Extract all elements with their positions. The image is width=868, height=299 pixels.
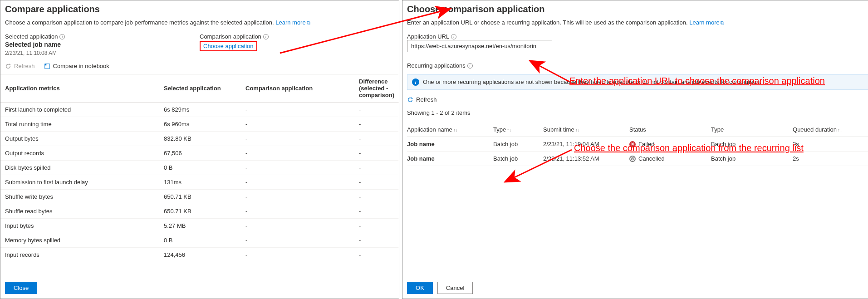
metric-difference: - bbox=[359, 222, 394, 229]
cell-status: ✕Failed bbox=[629, 141, 711, 147]
metric-difference: - bbox=[359, 106, 394, 113]
sort-icon: ↑↓ bbox=[453, 127, 458, 132]
job-name-link[interactable]: Job name bbox=[407, 155, 493, 162]
application-url-input[interactable] bbox=[407, 40, 552, 52]
info-banner-text: One or more recurring applications are n… bbox=[423, 78, 761, 85]
col-type[interactable]: Type↑↓ bbox=[493, 126, 543, 133]
metric-difference: - bbox=[359, 193, 394, 200]
metric-name: Output records bbox=[5, 150, 164, 157]
col-selected: Selected application bbox=[164, 85, 245, 92]
metric-name: Submission to first launch delay bbox=[5, 179, 164, 186]
metric-difference: - bbox=[359, 121, 394, 127]
metric-selected: 650.71 KB bbox=[164, 208, 245, 215]
col-application-name[interactable]: Application name↑↓ bbox=[407, 126, 493, 133]
job-name-link[interactable]: Job name bbox=[407, 141, 493, 147]
refresh-button[interactable]: Refresh bbox=[407, 96, 437, 103]
cell-type-2: Batch job bbox=[711, 155, 793, 162]
grid-header-row: Application name↑↓ Type↑↓ Submit time↑↓ … bbox=[407, 123, 868, 137]
metric-difference: - bbox=[359, 135, 394, 142]
metric-difference: - bbox=[359, 251, 394, 258]
metric-name: Input records bbox=[5, 251, 164, 258]
cell-type: Batch job bbox=[493, 155, 543, 162]
sort-icon: ↑↓ bbox=[838, 127, 842, 132]
metric-name: Input bytes bbox=[5, 222, 164, 229]
choose-comparison-panel: Choose comparison application Enter an a… bbox=[402, 0, 868, 299]
metric-selected: 832.80 KB bbox=[164, 135, 245, 142]
learn-more-link[interactable]: Learn more⧉ bbox=[275, 19, 310, 26]
notebook-icon bbox=[44, 63, 50, 69]
metric-comparison: - bbox=[245, 121, 359, 127]
page-title: Choose comparison application bbox=[407, 4, 868, 15]
external-link-icon: ⧉ bbox=[721, 20, 724, 25]
metric-comparison: - bbox=[245, 237, 359, 244]
metric-name: Shuffle write bytes bbox=[5, 193, 164, 200]
selected-job-name: Selected job name bbox=[5, 41, 200, 48]
metric-name: Disk bytes spilled bbox=[5, 164, 164, 171]
col-metric: Application metrics bbox=[5, 85, 164, 92]
metric-difference: - bbox=[359, 150, 394, 157]
table-row[interactable]: Job nameBatch job2/23/21, 11:13:52 AM⊘Ca… bbox=[407, 152, 868, 166]
cell-type: Batch job bbox=[493, 141, 543, 147]
metric-selected: 6s 960ms bbox=[164, 121, 245, 127]
metrics-header-row: Application metrics Selected application… bbox=[0, 74, 399, 103]
choose-application-highlight: Choose application bbox=[200, 41, 257, 51]
metric-selected: 0 B bbox=[164, 237, 245, 244]
info-icon: i bbox=[59, 34, 65, 39]
status-icon: ⊘ bbox=[629, 156, 636, 162]
metrics-row: Input records124,456-- bbox=[0, 248, 399, 262]
metrics-row: Input bytes5.27 MB-- bbox=[0, 219, 399, 233]
refresh-icon bbox=[5, 63, 11, 69]
col-type-2[interactable]: Type bbox=[711, 126, 793, 133]
selected-application-label: Selected applicationi bbox=[5, 33, 200, 40]
col-submit-time[interactable]: Submit time↑↓ bbox=[543, 126, 629, 133]
metric-selected: 67,506 bbox=[164, 150, 245, 157]
col-status[interactable]: Status bbox=[629, 126, 711, 133]
metrics-row: Submission to first launch delay131ms-- bbox=[0, 175, 399, 190]
metrics-row: First launch to completed6s 829ms-- bbox=[0, 103, 399, 117]
table-row[interactable]: Job nameBatch job2/23/21, 11:19:04 AM✕Fa… bbox=[407, 137, 868, 152]
info-icon: i bbox=[451, 34, 456, 39]
choose-application-link[interactable]: Choose application bbox=[203, 43, 254, 49]
cancel-button[interactable]: Cancel bbox=[437, 282, 473, 294]
external-link-icon: ⧉ bbox=[307, 20, 310, 25]
status-icon: ✕ bbox=[629, 141, 636, 147]
metric-selected: 6s 829ms bbox=[164, 106, 245, 113]
ok-button[interactable]: OK bbox=[407, 282, 433, 294]
metrics-row: Output records67,506-- bbox=[0, 146, 399, 161]
cell-submit-time: 2/23/21, 11:19:04 AM bbox=[543, 141, 629, 147]
compare-in-notebook-button[interactable]: Compare in notebook bbox=[44, 63, 109, 69]
metrics-row: Total running time6s 960ms-- bbox=[0, 117, 399, 132]
metric-difference: - bbox=[359, 208, 394, 215]
metric-selected: 124,456 bbox=[164, 251, 245, 258]
col-difference: Difference (selected - comparison) bbox=[359, 78, 394, 98]
application-url-label: Application URLi bbox=[407, 33, 868, 40]
metric-selected: 0 B bbox=[164, 164, 245, 171]
metric-comparison: - bbox=[245, 150, 359, 157]
metric-selected: 650.71 KB bbox=[164, 193, 245, 200]
metric-comparison: - bbox=[245, 193, 359, 200]
refresh-button[interactable]: Refresh bbox=[5, 63, 35, 69]
refresh-icon bbox=[407, 97, 413, 103]
close-button[interactable]: Close bbox=[5, 282, 37, 294]
selected-timestamp: 2/23/21, 11:10:08 AM bbox=[5, 50, 200, 56]
metrics-row: Disk bytes spilled0 B-- bbox=[0, 161, 399, 175]
metric-selected: 5.27 MB bbox=[164, 222, 245, 229]
metric-name: Memory bytes spilled bbox=[5, 237, 164, 244]
metric-comparison: - bbox=[245, 179, 359, 186]
metric-name: Output bytes bbox=[5, 135, 164, 142]
svg-rect-1 bbox=[44, 64, 46, 65]
metric-name: First launch to completed bbox=[5, 106, 164, 113]
metric-comparison: - bbox=[245, 208, 359, 215]
metric-difference: - bbox=[359, 237, 394, 244]
metric-comparison: - bbox=[245, 135, 359, 142]
learn-more-link[interactable]: Learn more⧉ bbox=[689, 19, 724, 26]
col-queued-duration[interactable]: Queued duration↑↓ bbox=[793, 126, 868, 133]
cell-queued: 2s bbox=[793, 155, 868, 162]
recurring-applications-label: Recurring applicationsi bbox=[407, 62, 868, 69]
info-banner: i One or more recurring applications are… bbox=[407, 74, 868, 90]
page-subtitle: Choose a comparison application to compa… bbox=[5, 19, 394, 26]
metrics-row: Memory bytes spilled0 B-- bbox=[0, 233, 399, 248]
cell-type-2: Batch job bbox=[711, 141, 793, 147]
metric-comparison: - bbox=[245, 222, 359, 229]
page-subtitle: Enter an application URL or choose a rec… bbox=[407, 19, 868, 26]
